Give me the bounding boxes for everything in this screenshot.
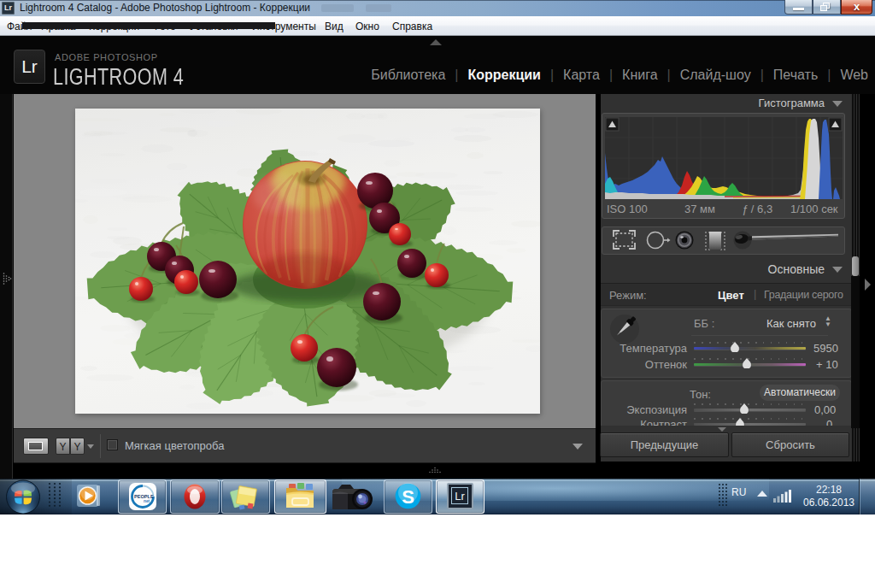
svg-text:PEOPLE: PEOPLE — [134, 494, 154, 499]
svg-text:S: S — [402, 486, 414, 508]
svg-text:net: net — [144, 499, 150, 503]
